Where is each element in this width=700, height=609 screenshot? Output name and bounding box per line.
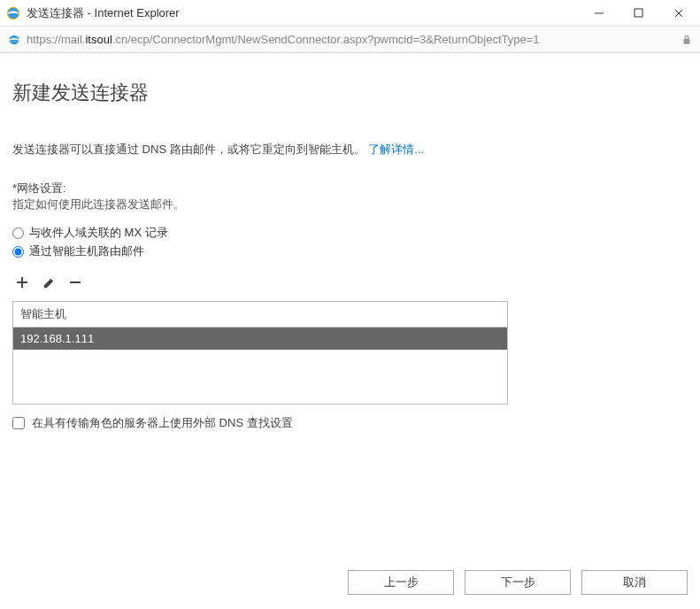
grid-row[interactable]: 192.168.1.111 (13, 328, 507, 350)
page-title: 新建发送连接器 (12, 80, 688, 106)
minimize-button[interactable] (579, 1, 619, 26)
close-button[interactable] (658, 1, 698, 26)
address-bar[interactable]: https://mail.itsoul.cn/ecp/ConnectorMgmt… (0, 27, 700, 53)
smarthost-toolbar (12, 274, 688, 290)
window-titlebar: 发送连接器 - Internet Explorer (0, 0, 700, 27)
window-controls (579, 1, 698, 26)
smarthost-grid: 智能主机 192.168.1.111 (12, 301, 508, 405)
ie-page-icon (7, 33, 21, 47)
page-content: 新建发送连接器 发送连接器可以直接通过 DNS 路由邮件，或将它重定向到智能主机… (0, 53, 700, 609)
window-title: 发送连接器 - Internet Explorer (27, 5, 579, 21)
radio-smarthost[interactable]: 通过智能主机路由邮件 (12, 243, 688, 259)
radio-mx-label: 与收件人域关联的 MX 记录 (29, 225, 168, 241)
grid-header[interactable]: 智能主机 (13, 302, 507, 328)
network-settings-label: *网络设置: 指定如何使用此连接器发送邮件。 (12, 181, 688, 212)
external-dns-checkbox-row[interactable]: 在具有传输角色的服务器上使用外部 DNS 查找设置 (12, 415, 688, 431)
remove-button[interactable] (67, 274, 83, 290)
external-dns-label: 在具有传输角色的服务器上使用外部 DNS 查找设置 (32, 415, 293, 431)
network-label: *网络设置: (12, 181, 688, 197)
description-text: 发送连接器可以直接通过 DNS 路由邮件，或将它重定向到智能主机。 (12, 143, 365, 156)
routing-radio-group: 与收件人域关联的 MX 记录 通过智能主机路由邮件 (12, 225, 688, 262)
next-button[interactable]: 下一步 (465, 570, 571, 595)
maximize-button[interactable] (619, 1, 658, 26)
radio-mx-record[interactable]: 与收件人域关联的 MX 记录 (12, 225, 688, 241)
ie-icon (5, 5, 21, 21)
url-text: https://mail.itsoul.cn/ecp/ConnectorMgmt… (27, 33, 681, 46)
cancel-button[interactable]: 取消 (581, 570, 688, 595)
wizard-footer: 上一步 下一步 取消 (348, 570, 688, 595)
radio-mx-input[interactable] (12, 227, 24, 239)
radio-smarthost-label: 通过智能主机路由邮件 (29, 243, 144, 259)
lock-icon (681, 34, 693, 46)
network-sublabel: 指定如何使用此连接器发送邮件。 (12, 197, 688, 212)
edit-button[interactable] (41, 274, 57, 290)
grid-body: 192.168.1.111 (13, 328, 507, 404)
external-dns-checkbox[interactable] (12, 417, 25, 429)
page-description: 发送连接器可以直接通过 DNS 路由邮件，或将它重定向到智能主机。 了解详情..… (12, 142, 688, 158)
add-button[interactable] (14, 274, 30, 290)
svg-rect-3 (635, 9, 642, 17)
back-button[interactable]: 上一步 (348, 570, 454, 595)
radio-smarthost-input[interactable] (12, 246, 24, 258)
learn-more-link[interactable]: 了解详情... (368, 143, 424, 156)
